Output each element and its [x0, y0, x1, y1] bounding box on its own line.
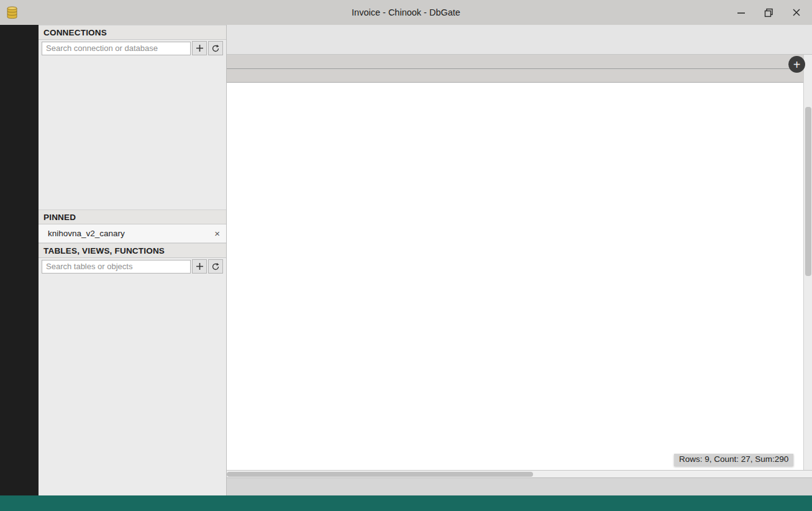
- main-area: +: [227, 25, 812, 495]
- connections-tree: [39, 57, 226, 209]
- pinned-item[interactable]: knihovna_v2_canary ×: [39, 224, 226, 243]
- horizontal-scrollbar[interactable]: [227, 470, 812, 477]
- connections-header: CONNECTIONS: [39, 25, 226, 40]
- tables-search-row: [39, 258, 226, 275]
- grid-column-headers: [227, 55, 803, 69]
- tab-group-row: [227, 25, 812, 35]
- restore-button[interactable]: [764, 8, 773, 17]
- minimize-button[interactable]: [737, 8, 746, 17]
- titlebar: Invoice - Chinook - DbGate: [0, 0, 812, 25]
- status-bar: [0, 495, 812, 511]
- activity-bar: [0, 25, 39, 495]
- aggregate-tooltip: Rows: 9, Count: 27, Sum:290: [674, 454, 793, 466]
- add-table-button[interactable]: [192, 259, 207, 274]
- refresh-connections-button[interactable]: [208, 41, 223, 55]
- unpin-close-icon[interactable]: ×: [214, 228, 220, 239]
- window-controls: [737, 8, 801, 17]
- vertical-scrollbar[interactable]: [803, 55, 812, 470]
- horizontal-scrollbar-thumb[interactable]: [227, 472, 533, 477]
- refresh-tables-button[interactable]: [208, 259, 223, 274]
- window-title: Invoice - Chinook - DbGate: [0, 7, 812, 17]
- new-tab-button[interactable]: +: [788, 56, 805, 73]
- grid-filter-row: [227, 69, 803, 83]
- tab-row: [227, 35, 812, 55]
- close-button[interactable]: [792, 8, 801, 17]
- pinned-item-label: knihovna_v2_canary: [48, 229, 125, 238]
- connections-search-row: [39, 40, 226, 57]
- left-panel: CONNECTIONS PINNED knihovna_v2_canary × …: [39, 25, 227, 495]
- vertical-scrollbar-thumb[interactable]: [805, 107, 811, 276]
- connection-search-input[interactable]: [42, 42, 191, 55]
- table-search-input[interactable]: [42, 260, 191, 274]
- grid-toolbar: [227, 477, 812, 495]
- tables-header: TABLES, VIEWS, FUNCTIONS: [39, 243, 226, 258]
- grid-body: [227, 83, 812, 470]
- tables-tree: [39, 275, 226, 495]
- dbgate-logo-icon: [6, 6, 18, 19]
- pinned-header: PINNED: [39, 209, 226, 224]
- add-connection-button[interactable]: [192, 41, 207, 55]
